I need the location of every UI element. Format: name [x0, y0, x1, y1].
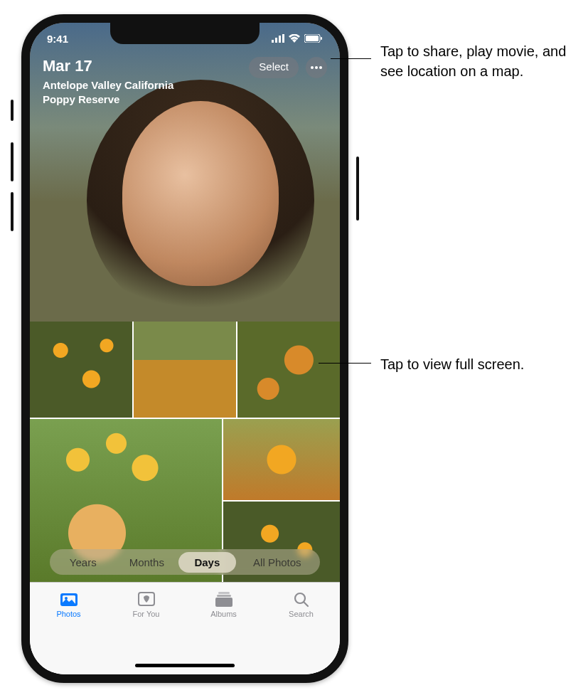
- segment-months[interactable]: Months: [115, 552, 179, 573]
- iphone-frame: 9:41: [21, 14, 348, 683]
- screen: 9:41: [30, 23, 340, 674]
- tab-albums[interactable]: Albums: [185, 590, 262, 618]
- photo-thumbnail[interactable]: [30, 322, 132, 418]
- svg-rect-3: [282, 34, 284, 43]
- photo-thumbnail[interactable]: [237, 322, 340, 418]
- photo-thumbnail[interactable]: [134, 322, 236, 418]
- battery-icon: [304, 33, 323, 45]
- segment-days[interactable]: Days: [178, 552, 236, 573]
- view-segmented-control: Years Months Days All Photos: [50, 549, 320, 575]
- svg-line-18: [304, 602, 308, 606]
- svg-rect-16: [215, 598, 232, 607]
- home-indicator[interactable]: [135, 664, 235, 667]
- svg-rect-15: [217, 595, 231, 597]
- albums-icon: [214, 590, 234, 608]
- callout-more-button: Tap to share, play movie, and see locati…: [380, 41, 579, 81]
- segment-all-photos[interactable]: All Photos: [236, 552, 319, 573]
- side-button: [356, 157, 359, 221]
- tab-photos[interactable]: Photos: [30, 590, 107, 618]
- select-button[interactable]: Select: [249, 57, 299, 78]
- svg-rect-1: [275, 38, 277, 43]
- notch: [110, 23, 260, 44]
- tab-bar: Photos For You Albums Search: [30, 582, 340, 674]
- photos-icon: [59, 590, 79, 608]
- cellular-icon: [272, 33, 284, 45]
- tab-for-you[interactable]: For You: [107, 590, 185, 618]
- svg-rect-0: [272, 40, 274, 43]
- callout-line: [331, 58, 371, 59]
- tab-label: Albums: [210, 610, 237, 618]
- segment-years[interactable]: Years: [51, 552, 115, 573]
- callout-thumbnail: Tap to view full screen.: [380, 354, 524, 374]
- svg-rect-14: [218, 592, 230, 594]
- svg-point-9: [319, 66, 322, 69]
- status-time: 9:41: [47, 33, 68, 45]
- svg-rect-2: [279, 36, 281, 43]
- ellipsis-icon: [311, 66, 322, 69]
- svg-rect-6: [321, 37, 322, 40]
- volume-down-button: [11, 192, 14, 231]
- wifi-icon: [289, 33, 300, 45]
- photo-thumbnail[interactable]: [223, 419, 340, 500]
- photo-grid: [30, 322, 340, 582]
- mute-switch: [11, 100, 14, 121]
- tab-search[interactable]: Search: [262, 590, 340, 618]
- hero-location: Antelope Valley California Poppy Reserve: [43, 78, 199, 106]
- tab-label: For You: [133, 610, 160, 618]
- volume-up-button: [11, 142, 14, 181]
- svg-point-7: [311, 66, 314, 69]
- for-you-icon: [137, 590, 156, 608]
- svg-rect-5: [306, 36, 319, 41]
- tab-label: Photos: [56, 610, 80, 618]
- more-button[interactable]: [306, 57, 327, 78]
- tab-label: Search: [289, 610, 314, 618]
- search-icon: [292, 590, 311, 608]
- callout-line: [319, 363, 371, 364]
- svg-point-8: [315, 66, 318, 69]
